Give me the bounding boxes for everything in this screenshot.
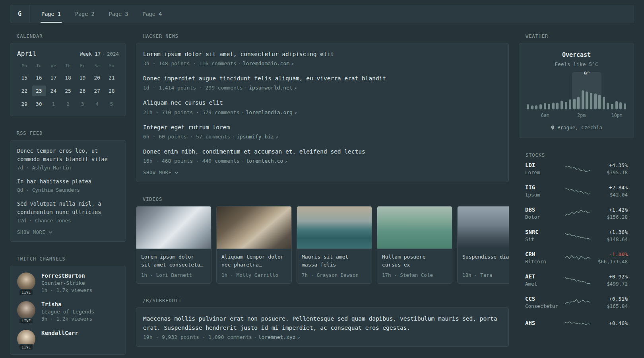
twitch-channel[interactable]: LIVETrishaLeague of Legends3h · 1.2k vie… bbox=[17, 301, 119, 322]
calendar-day[interactable]: 19 bbox=[75, 72, 90, 83]
hackernews-item[interactable]: Integer eget rutrum lorem6h · 60 points … bbox=[143, 123, 502, 140]
stock-change: +0.46% bbox=[594, 320, 628, 326]
weather-bars: 9° bbox=[526, 78, 627, 109]
stock-symbol: LDI bbox=[525, 162, 561, 168]
stock-values: +1.42%$156.28 bbox=[594, 207, 628, 220]
calendar-day[interactable]: 21 bbox=[104, 72, 119, 83]
calendar-day[interactable]: 24 bbox=[46, 86, 61, 96]
stock-change: +0.92% bbox=[594, 274, 628, 280]
meta-text: 1d · 1,414 points · 299 comments bbox=[143, 85, 242, 91]
stock-sparkline bbox=[565, 253, 590, 263]
video-thumbnail[interactable] bbox=[377, 206, 452, 249]
rss-item[interactable]: Sed volutpat nulla nisl, a condimentum n… bbox=[17, 200, 119, 224]
calendar-day[interactable]: 22 bbox=[17, 86, 32, 96]
video-thumbnail[interactable] bbox=[297, 206, 372, 249]
calendar-day[interactable]: 17 bbox=[46, 72, 61, 83]
calendar-day[interactable]: 1 bbox=[46, 99, 61, 109]
twitch-card: LIVEForrestBurtonCounter-Strike1h · 1.7k… bbox=[10, 266, 126, 355]
top-nav-bar: G Page 1Page 2Page 3Page 4 bbox=[10, 5, 634, 23]
stock-price: $42.04 bbox=[594, 192, 628, 198]
subreddit-item[interactable]: Maecenas mollis pulvinar erat non posuer… bbox=[143, 314, 502, 340]
calendar-day[interactable]: 16 bbox=[32, 72, 47, 83]
stock-row[interactable]: SNRCSit+1.36%$148.64 bbox=[525, 229, 628, 242]
videos-widget-title: VIDEOS bbox=[143, 197, 509, 202]
stock-row[interactable]: CRNBitcorn-1.00%$66,171.48 bbox=[525, 251, 628, 265]
rss-item-title: Sed volutpat nulla nisl, a condimentum n… bbox=[17, 200, 119, 216]
avatar: LIVE bbox=[17, 301, 35, 322]
video-thumbnail[interactable] bbox=[217, 206, 291, 249]
tab-page-1[interactable]: Page 1 bbox=[41, 5, 62, 23]
weather-location[interactable]: Prague, Czechia bbox=[526, 125, 627, 130]
calendar-day[interactable]: 29 bbox=[17, 99, 32, 109]
video-title: Mauris sit amet massa felis bbox=[302, 253, 367, 269]
tab-page-2[interactable]: Page 2 bbox=[74, 5, 95, 23]
twitch-channel[interactable]: LIVEKendallCarr bbox=[17, 330, 119, 348]
tab-page-4[interactable]: Page 4 bbox=[142, 5, 163, 23]
calendar-day[interactable]: 27 bbox=[90, 86, 105, 96]
video-card[interactable]: Suspendisse diam18h · Tara bbox=[457, 206, 509, 284]
twitch-channel[interactable]: LIVEForrestBurtonCounter-Strike1h · 1.7k… bbox=[17, 272, 119, 293]
external-link-icon: ↗ bbox=[297, 335, 300, 340]
hackernews-item[interactable]: Donec enim nibh, condimentum et accumsan… bbox=[143, 147, 502, 164]
live-badge: LIVE bbox=[19, 289, 33, 296]
day-of-week-label: Mo bbox=[17, 63, 32, 72]
rss-item[interactable]: Donec tempor eros leo, ut commodo mauris… bbox=[17, 147, 119, 171]
video-title: Suspendisse diam bbox=[462, 253, 509, 269]
stock-row[interactable]: IIGIpsum+2.84%$42.04 bbox=[525, 184, 628, 198]
stock-row[interactable]: AETAmet+0.92%$499.72 bbox=[525, 273, 628, 287]
video-card[interactable]: Aliquam tempor dolor nec pharetra…1h · M… bbox=[216, 206, 292, 284]
hackernews-item-meta: 6h · 60 points · 57 comments·ipsumify.bi… bbox=[143, 134, 502, 140]
hackernews-item[interactable]: Aliquam nec cursus elit21h · 710 points … bbox=[143, 98, 502, 115]
source-link[interactable]: loremtech.co bbox=[246, 158, 283, 164]
calendar-day[interactable]: 30 bbox=[32, 99, 47, 109]
calendar-day[interactable]: 3 bbox=[75, 99, 90, 109]
video-card[interactable]: Mauris sit amet massa felis7h · Grayson … bbox=[297, 206, 372, 284]
video-card[interactable]: Nullam posuere cursus ex17h · Stefan Col… bbox=[377, 206, 452, 284]
video-card[interactable]: Lorem ipsum dolor sit amet consectetu…1h… bbox=[136, 206, 211, 284]
calendar-day[interactable]: 5 bbox=[104, 99, 119, 109]
source-link[interactable]: ipsumify.biz bbox=[237, 134, 274, 140]
stock-row[interactable]: LDILorem+4.35%$795.18 bbox=[525, 162, 628, 175]
stock-symbol: DBS bbox=[525, 206, 561, 213]
calendar-day[interactable]: 20 bbox=[90, 72, 105, 83]
calendar-day[interactable]: 15 bbox=[17, 72, 32, 83]
calendar-day[interactable]: 25 bbox=[61, 86, 76, 96]
hackernews-item-title: Aliquam nec cursus elit bbox=[143, 98, 502, 107]
calendar-day[interactable]: 28 bbox=[104, 86, 119, 96]
center-column: HACKER NEWS Lorem ipsum dolor sit amet, … bbox=[136, 33, 509, 358]
stock-row[interactable]: DBSDolor+1.42%$156.28 bbox=[525, 206, 628, 220]
calendar-day[interactable]: 26 bbox=[75, 86, 90, 96]
video-info: Nullam posuere cursus ex17h · Stefan Col… bbox=[377, 249, 452, 283]
hackernews-item[interactable]: Donec imperdiet augue tincidunt felis al… bbox=[143, 74, 502, 91]
source-link[interactable]: loremdomain.com bbox=[243, 60, 289, 66]
weather-bar bbox=[569, 99, 571, 109]
calendar-day[interactable]: 23 bbox=[32, 86, 47, 96]
calendar-dow-row: MoTuWeThFrSaSu bbox=[17, 63, 119, 72]
calendar-day[interactable]: 2 bbox=[61, 99, 76, 109]
external-link-icon: ↗ bbox=[294, 110, 297, 115]
page-tabs: Page 1Page 2Page 3Page 4 bbox=[41, 5, 163, 23]
show-more-button[interactable]: SHOW MORE bbox=[17, 230, 52, 235]
stock-values: +0.46% bbox=[594, 320, 628, 326]
show-more-button[interactable]: SHOW MORE bbox=[143, 170, 178, 175]
stock-row[interactable]: CCSConsectetur+0.51%$165.84 bbox=[525, 296, 628, 309]
hackernews-item[interactable]: Lorem ipsum dolor sit amet, consectetur … bbox=[143, 50, 502, 66]
weather-bar bbox=[590, 93, 592, 109]
video-thumbnail[interactable] bbox=[458, 206, 509, 249]
calendar-day[interactable]: 4 bbox=[90, 99, 105, 109]
stock-row[interactable]: AHS+0.46% bbox=[525, 318, 628, 328]
calendar-header: April Week 17·2024 bbox=[17, 50, 119, 57]
source-link[interactable]: loremlandia.org bbox=[246, 109, 292, 115]
stock-name: Consectetur bbox=[525, 303, 561, 309]
stock-price: $165.84 bbox=[594, 303, 628, 309]
source-link[interactable]: ipsumworld.net bbox=[249, 85, 293, 91]
video-thumbnail[interactable] bbox=[136, 206, 211, 249]
rss-item[interactable]: In hac habitasse platea8d · Cynthia Saun… bbox=[17, 177, 119, 193]
time-label: 6am bbox=[541, 113, 549, 118]
tab-page-3[interactable]: Page 3 bbox=[108, 5, 129, 23]
separator: · bbox=[240, 158, 246, 164]
app-logo[interactable]: G bbox=[10, 5, 29, 23]
source-link[interactable]: loremnet.xyz bbox=[258, 334, 296, 340]
calendar-widget: CALENDAR April Week 17·2024 MoTuWeThFrSa… bbox=[10, 33, 126, 116]
calendar-day[interactable]: 18 bbox=[61, 72, 76, 83]
